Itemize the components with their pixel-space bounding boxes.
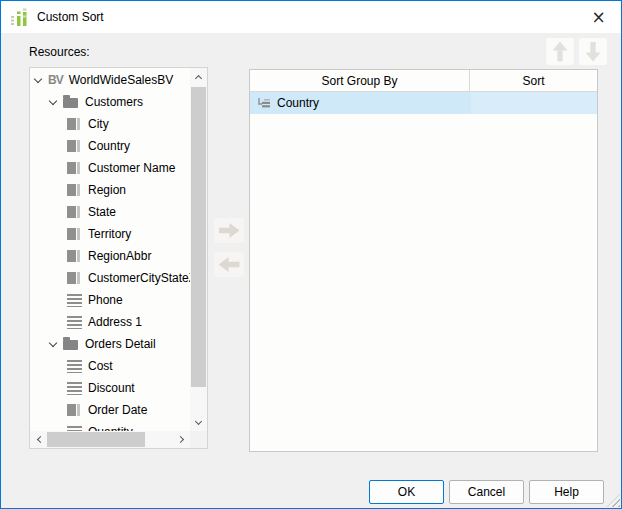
resources-tree-panel: WorldWideSalesBV Customers City Country … [29,67,208,449]
scroll-up-icon[interactable] [190,68,207,85]
page-title: Custom Sort [37,10,104,24]
ok-button[interactable]: OK [369,480,444,504]
numeric-field-icon [67,294,82,307]
tree-item-worldwidesalesbv[interactable]: WorldWideSalesBV [30,69,190,91]
vertical-scroll-thumb[interactable] [191,87,206,387]
tree-item-country[interactable]: Country [30,135,190,157]
chevron-down-icon[interactable] [49,338,57,346]
horizontal-scroll-thumb[interactable] [47,432,145,447]
close-icon[interactable]: × [576,1,621,32]
resources-tree: WorldWideSalesBV Customers City Country … [30,68,190,431]
tree-item-state[interactable]: State [30,201,190,223]
remove-from-sort-button[interactable] [214,252,244,277]
move-down-button[interactable] [579,38,607,65]
scrollbar-corner [190,431,207,448]
numeric-field-icon [67,382,82,395]
string-field-icon [67,206,80,218]
custom-sort-icon [10,8,28,26]
tree-horizontal-scrollbar[interactable] [30,431,190,448]
folder-icon [63,98,78,108]
chevron-down-icon[interactable] [34,74,42,82]
tree-item-address-1[interactable]: Address 1 [30,311,190,333]
up-arrow-icon [553,42,568,62]
sort-cell[interactable] [471,92,597,114]
tree-item-discount[interactable]: Discount [30,377,190,399]
title-bar[interactable]: Custom Sort × [1,1,621,33]
tree-item-quantity[interactable]: Quantity [30,421,190,431]
tree-item-phone[interactable]: Phone [30,289,190,311]
sort-table: Sort Group By Sort Country [249,69,598,452]
numeric-field-icon [67,316,82,329]
down-arrow-icon [586,42,601,62]
sort-table-header: Sort Group By Sort [250,70,597,92]
resources-label: Resources: [29,45,90,59]
string-field-icon [67,140,80,152]
string-field-icon [67,184,80,196]
tree-item-regionabbr[interactable]: RegionAbbr [30,245,190,267]
folder-icon [63,340,78,350]
column-header-sort-group-by: Sort Group By [250,70,470,91]
tree-item-customer-name[interactable]: Customer Name [30,157,190,179]
tree-item-order-date[interactable]: Order Date [30,399,190,421]
tree-vertical-scrollbar[interactable] [190,68,207,431]
tree-item-city[interactable]: City [30,113,190,135]
help-button[interactable]: Help [529,480,604,504]
tree-item-orders-detail[interactable]: Orders Detail [30,333,190,355]
string-field-icon [67,118,80,130]
cancel-button[interactable]: Cancel [449,480,524,504]
string-field-icon [67,228,80,240]
custom-sort-dialog: Custom Sort × Resources: WorldWideSalesB… [0,0,622,509]
left-arrow-icon [219,257,240,272]
move-up-button[interactable] [546,38,574,65]
numeric-field-icon [67,360,82,373]
tree-item-customercitystatez[interactable]: CustomerCityStateZ [30,267,190,289]
table-row-country[interactable]: Country [250,92,597,114]
string-field-icon [67,250,80,262]
group-by-cell[interactable]: Country [250,92,471,114]
column-header-sort: Sort [470,70,597,91]
string-field-icon [67,162,80,174]
resize-grip[interactable] [607,494,620,507]
string-field-icon [67,272,80,284]
group-by-value: Country [277,96,319,110]
string-field-icon [67,404,80,416]
scroll-right-icon[interactable] [173,431,190,448]
tree-item-customers[interactable]: Customers [30,91,190,113]
group-field-icon [257,97,271,109]
add-to-sort-button[interactable] [214,218,244,243]
right-arrow-icon [219,223,240,238]
chevron-down-icon[interactable] [49,96,57,104]
tree-item-territory[interactable]: Territory [30,223,190,245]
bv-icon [48,73,63,87]
scroll-left-icon[interactable] [30,431,47,448]
tree-item-cost[interactable]: Cost [30,355,190,377]
scroll-down-icon[interactable] [190,414,207,431]
tree-item-region[interactable]: Region [30,179,190,201]
